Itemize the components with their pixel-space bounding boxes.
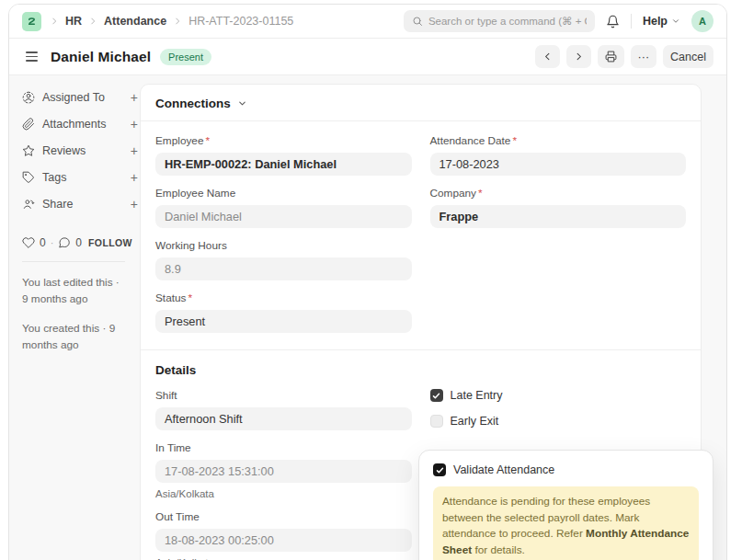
in-time-input[interactable]: 17-08-2023 15:31:00 [155, 460, 412, 483]
employee-name-field: Employee Name Daniel Michael [155, 187, 412, 228]
shift-field: Shift Afternoon Shift [155, 389, 412, 430]
notifications-bell-icon[interactable] [606, 15, 620, 29]
sidebar-item-label: Tags [42, 171, 121, 184]
employee-input[interactable]: HR-EMP-00022: Daniel Michael [155, 153, 412, 176]
required-marker: * [188, 291, 192, 304]
in-time-field: In Time 17-08-2023 15:31:00 Asia/Kolkata [155, 441, 412, 499]
created-note: You created this · 9 months ago [22, 320, 123, 354]
late-entry-label: Late Entry [451, 389, 503, 402]
status-badge: Present [160, 49, 211, 65]
title-bar-actions: ··· Cancel [535, 45, 713, 68]
validate-attendance-checkbox-row[interactable]: Validate Attendance [433, 463, 699, 476]
details-section-heading: Details [155, 363, 686, 377]
breadcrumb: HR Attendance HR-ATT-2023-01155 [50, 15, 293, 28]
avatar[interactable]: A [691, 10, 713, 32]
follow-button[interactable]: FOLLOW [88, 237, 132, 248]
record-sidebar: Assigned To + Attachments + Reviews + [22, 88, 140, 365]
sidebar-item-label: Reviews [42, 144, 121, 157]
field-label: Employee Name [155, 187, 412, 200]
user-circle-icon [22, 91, 35, 104]
add-tag-button[interactable]: + [129, 171, 140, 184]
validate-attendance-popup: Validate Attendance Attendance is pendin… [418, 450, 713, 560]
breadcrumb-record-id: HR-ATT-2023-01155 [188, 15, 293, 28]
chevron-left-icon [542, 51, 553, 62]
validate-attendance-checkbox[interactable] [433, 463, 446, 476]
share-icon [22, 198, 35, 211]
search-bar[interactable] [404, 10, 595, 32]
more-menu-button[interactable]: ··· [631, 45, 657, 68]
help-label: Help [643, 15, 668, 28]
navbar-divider [631, 14, 632, 29]
company-field: Company* Frappe [430, 187, 687, 228]
content-area: Assigned To + Attachments + Reviews + [9, 75, 726, 560]
required-marker: * [205, 134, 210, 147]
separator-dot: · [51, 237, 54, 248]
navbar: HR Attendance HR-ATT-2023-01155 Help [9, 5, 726, 39]
page-title: Daniel Michael [51, 49, 151, 65]
breadcrumb-attendance[interactable]: Attendance [104, 15, 166, 28]
frappe-hr-logo-icon[interactable] [22, 12, 41, 31]
help-menu[interactable]: Help [643, 15, 680, 28]
working-hours-field: Working Hours 8.9 [155, 239, 412, 280]
early-exit-label: Early Exit [451, 415, 499, 428]
search-icon [412, 16, 423, 27]
field-label: Out Time [155, 510, 412, 523]
company-input[interactable]: Frappe [430, 205, 687, 228]
section-divider [141, 349, 701, 350]
next-record-button[interactable] [566, 45, 591, 68]
connections-label: Connections [155, 97, 231, 110]
sidebar-item-share[interactable]: Share + [22, 195, 140, 213]
sidebar-item-tags[interactable]: Tags + [22, 168, 140, 187]
add-share-button[interactable]: + [129, 198, 140, 211]
status-input[interactable]: Present [155, 310, 412, 333]
paperclip-icon [22, 118, 35, 131]
chevron-down-icon[interactable] [237, 98, 247, 109]
printer-icon [605, 51, 617, 63]
field-label: Attendance Date* [430, 134, 687, 147]
star-icon [22, 144, 35, 157]
engagement-row: 0 · 0 FOLLOW [22, 236, 140, 249]
add-assignment-button[interactable]: + [129, 91, 140, 104]
details-left-column: Shift Afternoon Shift In Time 17-08-2023… [155, 389, 412, 560]
field-label: In Time [155, 441, 412, 454]
sidebar-toggle-icon[interactable] [22, 48, 41, 65]
early-exit-checkbox[interactable] [430, 415, 443, 428]
breadcrumb-hr[interactable]: HR [65, 15, 82, 28]
connections-section-header[interactable]: Connections [141, 85, 701, 121]
check-icon [432, 392, 440, 400]
field-label: Shift [155, 389, 412, 402]
employee-field: Employee* HR-EMP-00022: Daniel Michael [155, 134, 412, 176]
title-bar: Daniel Michael Present ··· Cancel [9, 39, 726, 75]
required-marker: * [478, 187, 483, 200]
shift-input[interactable]: Afternoon Shift [155, 407, 412, 430]
sidebar-item-attachments[interactable]: Attachments + [22, 115, 140, 133]
out-time-field: Out Time 18-08-2023 00:25:00 Asia/Kolkat… [155, 510, 412, 560]
early-exit-checkbox-row[interactable]: Early Exit [430, 415, 687, 428]
attendance-date-input[interactable]: 17-08-2023 [430, 153, 687, 176]
in-time-timezone: Asia/Kolkata [155, 488, 412, 499]
status-field: Status* Present [155, 291, 412, 333]
likes-count[interactable]: 0 [40, 236, 46, 249]
sidebar-item-label: Attachments [42, 118, 121, 131]
late-entry-checkbox-row[interactable]: Late Entry [430, 389, 687, 402]
employee-name-input[interactable]: Daniel Michael [155, 205, 412, 228]
sidebar-item-label: Assigned To [42, 91, 121, 104]
add-review-button[interactable]: + [129, 144, 140, 157]
required-marker: * [512, 134, 517, 147]
chevron-down-icon [671, 17, 680, 26]
comment-icon[interactable] [58, 236, 71, 249]
add-attachment-button[interactable]: + [129, 118, 140, 131]
sidebar-item-reviews[interactable]: Reviews + [22, 142, 140, 160]
navbar-right: Help A [404, 10, 713, 32]
comments-count[interactable]: 0 [75, 236, 82, 249]
working-hours-input[interactable]: 8.9 [155, 257, 412, 280]
prev-record-button[interactable] [535, 45, 560, 68]
sidebar-item-label: Share [42, 198, 121, 211]
sidebar-item-assigned-to[interactable]: Assigned To + [22, 88, 140, 107]
cancel-button[interactable]: Cancel [663, 45, 713, 68]
heart-icon[interactable] [22, 236, 35, 249]
search-input[interactable] [428, 16, 587, 27]
out-time-input[interactable]: 18-08-2023 00:25:00 [155, 529, 412, 552]
late-entry-checkbox[interactable] [430, 389, 443, 402]
print-button[interactable] [598, 45, 624, 68]
